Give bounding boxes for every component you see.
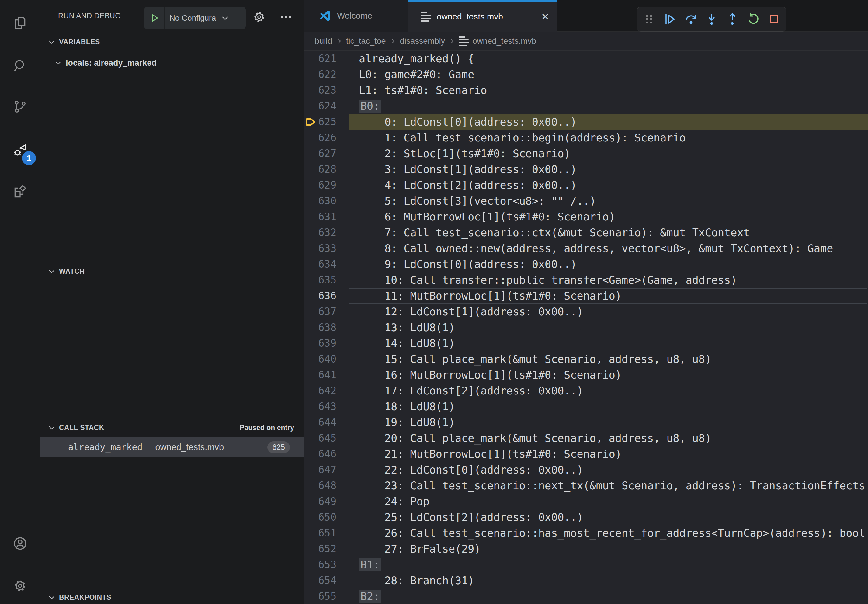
call-stack-section-header[interactable]: CALL STACK Paused on entry: [40, 420, 304, 435]
line-number[interactable]: 638: [304, 320, 336, 336]
line-number[interactable]: 624: [304, 98, 336, 114]
line-number[interactable]: 626: [304, 130, 336, 146]
line-number[interactable]: 633: [304, 240, 336, 256]
line-number[interactable]: 653: [304, 557, 336, 573]
code-line[interactable]: 625 0: LdConst[0](address: 0x00..): [304, 114, 868, 130]
line-number[interactable]: 628: [304, 161, 336, 177]
drag-handle-icon[interactable]: [642, 12, 657, 26]
line-number[interactable]: 640: [304, 351, 336, 367]
code-line[interactable]: 647 22: LdConst[0](address: 0x00..): [304, 462, 868, 478]
code-line[interactable]: 649 24: Pop: [304, 494, 868, 510]
code-line[interactable]: 652 27: BrFalse(29): [304, 541, 868, 557]
settings-gear-icon[interactable]: [12, 578, 28, 593]
code-line[interactable]: 640 15: Call place_mark(&mut Scenario, a…: [304, 351, 868, 367]
source-control-icon[interactable]: [12, 99, 28, 115]
code-line[interactable]: 637 12: LdConst[1](address: 0x00..): [304, 304, 868, 320]
start-debug-icon[interactable]: [150, 13, 160, 23]
line-number[interactable]: 637: [304, 304, 336, 320]
line-number[interactable]: 651: [304, 525, 336, 541]
call-stack-frame-row[interactable]: already_marked owned_tests.mvb 625: [40, 437, 304, 457]
code-line[interactable]: 624B0:: [304, 98, 868, 114]
stop-icon[interactable]: [767, 12, 781, 26]
line-number[interactable]: 622: [304, 67, 336, 82]
breadcrumb-item[interactable]: build: [315, 37, 332, 46]
line-number[interactable]: 649: [304, 494, 336, 510]
line-number[interactable]: 648: [304, 478, 336, 494]
code-line[interactable]: 628 3: LdConst[1](address: 0x00..): [304, 161, 868, 177]
code-line[interactable]: 635 10: Call transfer::public_transfer<G…: [304, 272, 868, 288]
line-number[interactable]: 632: [304, 225, 336, 240]
code-line[interactable]: 621already_marked() {: [304, 51, 868, 67]
line-number[interactable]: 642: [304, 383, 336, 399]
watch-section-header[interactable]: WATCH: [40, 263, 304, 279]
line-number[interactable]: 629: [304, 177, 336, 193]
code-line[interactable]: 653B1:: [304, 557, 868, 573]
close-icon[interactable]: ✕: [541, 11, 549, 23]
code-line[interactable]: 642 17: LdConst[2](address: 0x00..): [304, 383, 868, 399]
code-line[interactable]: 634 9: LdConst[0](address: 0x00..): [304, 256, 868, 272]
code-line[interactable]: 633 8: Call owned::new(address, address,…: [304, 240, 868, 256]
line-number[interactable]: 641: [304, 367, 336, 383]
code-line[interactable]: 654 28: Branch(31): [304, 573, 868, 589]
line-number[interactable]: 634: [304, 256, 336, 272]
line-number[interactable]: 636: [304, 288, 336, 304]
code-line[interactable]: 631 6: MutBorrowLoc[1](ts#1#0: Scenario): [304, 209, 868, 225]
code-line[interactable]: 636 11: MutBorrowLoc[1](ts#1#0: Scenario…: [304, 288, 868, 304]
line-number[interactable]: 647: [304, 462, 336, 478]
code-line[interactable]: 644 19: LdU8(1): [304, 415, 868, 431]
step-out-icon[interactable]: [725, 12, 740, 26]
line-number[interactable]: 652: [304, 541, 336, 557]
code-line[interactable]: 630 5: LdConst[3](vector<u8>: "" /..): [304, 193, 868, 209]
line-number[interactable]: 623: [304, 82, 336, 98]
more-actions-icon[interactable]: [279, 10, 293, 24]
code-line[interactable]: 655B2:: [304, 589, 868, 604]
continue-icon[interactable]: [663, 12, 677, 26]
debug-config-dropdown[interactable]: No Configura: [144, 7, 246, 29]
code-line[interactable]: 639 14: LdU8(1): [304, 336, 868, 351]
line-number[interactable]: 654: [304, 573, 336, 589]
breadcrumb-item[interactable]: disassembly: [400, 37, 445, 46]
line-number[interactable]: 621: [304, 51, 336, 67]
code-line[interactable]: 650 25: LdConst[2](address: 0x00..): [304, 510, 868, 525]
code-line[interactable]: 623L1: ts#1#0: Scenario: [304, 82, 868, 98]
restart-icon[interactable]: [746, 12, 761, 26]
code-line[interactable]: 627 2: StLoc[1](ts#1#0: Scenario): [304, 146, 868, 161]
breakpoints-section-header[interactable]: BREAKPOINTS: [40, 589, 304, 604]
line-number[interactable]: 655: [304, 589, 336, 604]
code-line[interactable]: 632 7: Call test_scenario::ctx(&mut Scen…: [304, 225, 868, 240]
extensions-icon[interactable]: [12, 184, 28, 200]
step-over-icon[interactable]: [684, 12, 698, 26]
code-line[interactable]: 622L0: game#2#0: Game: [304, 67, 868, 82]
account-icon[interactable]: [12, 536, 28, 551]
code-line[interactable]: 643 18: LdU8(1): [304, 399, 868, 415]
debug-settings-gear-icon[interactable]: [252, 10, 266, 24]
code-line[interactable]: 648 23: Call test_scenario::next_tx(&mut…: [304, 478, 868, 494]
line-number[interactable]: 643: [304, 399, 336, 415]
code-line[interactable]: 641 16: MutBorrowLoc[1](ts#1#0: Scenario…: [304, 367, 868, 383]
line-number[interactable]: 650: [304, 510, 336, 525]
line-number[interactable]: 645: [304, 431, 336, 446]
tab-owned-tests[interactable]: owned_tests.mvb ✕: [408, 0, 557, 32]
variables-section-header[interactable]: VARIABLES: [40, 34, 304, 50]
line-number[interactable]: 646: [304, 446, 336, 462]
line-number[interactable]: 631: [304, 209, 336, 225]
line-number[interactable]: 639: [304, 336, 336, 351]
locals-scope-row[interactable]: locals: already_marked: [40, 55, 304, 71]
code-line[interactable]: 645 20: Call place_mark(&mut Scenario, a…: [304, 431, 868, 446]
line-number[interactable]: 630: [304, 193, 336, 209]
line-number[interactable]: 635: [304, 272, 336, 288]
search-icon[interactable]: [12, 58, 28, 73]
breadcrumb-item[interactable]: owned_tests.mvb: [472, 37, 536, 46]
line-number[interactable]: 627: [304, 146, 336, 161]
line-number[interactable]: 644: [304, 415, 336, 431]
code-line[interactable]: 626 1: Call test_scenario::begin(address…: [304, 130, 868, 146]
code-editor[interactable]: 621already_marked() {622L0: game#2#0: Ga…: [304, 51, 868, 604]
explorer-icon[interactable]: [12, 15, 28, 31]
breadcrumb-item[interactable]: tic_tac_toe: [346, 37, 386, 46]
step-into-icon[interactable]: [704, 12, 719, 26]
code-line[interactable]: 638 13: LdU8(1): [304, 320, 868, 336]
code-line[interactable]: 646 21: MutBorrowLoc[1](ts#1#0: Scenario…: [304, 446, 868, 462]
tab-welcome[interactable]: Welcome: [304, 0, 408, 32]
code-line[interactable]: 651 26: Call test_scenario::has_most_rec…: [304, 525, 868, 541]
code-line[interactable]: 629 4: LdConst[2](address: 0x00..): [304, 177, 868, 193]
